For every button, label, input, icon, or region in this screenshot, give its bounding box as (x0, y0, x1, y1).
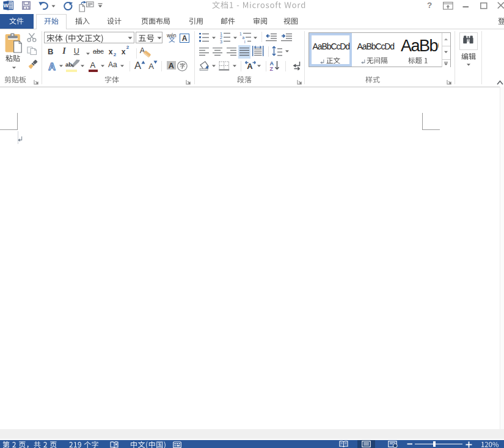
svg-text:3: 3 (220, 40, 222, 44)
svg-text:i: i (244, 40, 245, 44)
svg-text:Z: Z (270, 66, 274, 71)
svg-text:A: A (48, 62, 56, 71)
svg-text:W: W (4, 2, 9, 9)
svg-text:1: 1 (239, 32, 242, 36)
